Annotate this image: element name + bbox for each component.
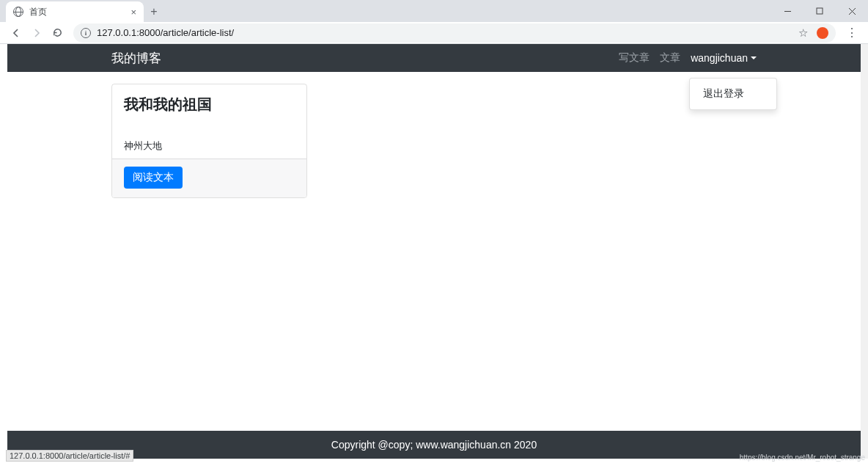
browser-tabstrip: 首页 × + bbox=[0, 0, 868, 22]
url-text: 127.0.0.1:8000/article/article-list/ bbox=[97, 27, 234, 38]
svg-rect-1 bbox=[817, 8, 823, 14]
close-tab-icon[interactable]: × bbox=[130, 7, 136, 18]
logout-item[interactable]: 退出登录 bbox=[690, 83, 776, 105]
reload-button[interactable] bbox=[47, 23, 67, 43]
user-dropdown-menu: 退出登录 bbox=[689, 78, 777, 110]
extension-icon[interactable] bbox=[817, 27, 828, 39]
vertical-scrollbar[interactable] bbox=[861, 44, 868, 459]
forward-button[interactable] bbox=[26, 23, 47, 43]
site-info-icon[interactable]: i bbox=[81, 28, 91, 38]
caret-down-icon bbox=[751, 57, 757, 59]
globe-icon bbox=[13, 7, 23, 17]
browser-status-bar: 127.0.0.1:8000/article/article-list/# bbox=[6, 450, 133, 462]
minimize-button[interactable] bbox=[771, 0, 803, 22]
bookmark-star-icon[interactable]: ☆ bbox=[798, 26, 808, 40]
main-content: 我和我的祖国 神州大地 阅读文本 bbox=[7, 72, 861, 431]
nav-username: wangjichuan bbox=[691, 52, 748, 64]
page-viewport: 我的博客 写文章 文章 wangjichuan 退出登录 我和我的祖国 神州大地 bbox=[7, 44, 861, 459]
browser-tab[interactable]: 首页 × bbox=[6, 1, 144, 22]
tab-title: 首页 bbox=[29, 6, 47, 18]
site-footer: Copyright @copy; www.wangjichuan.cn 2020 bbox=[7, 431, 861, 459]
site-brand[interactable]: 我的博客 bbox=[111, 50, 161, 67]
nav-write-article[interactable]: 写文章 bbox=[619, 51, 650, 65]
new-tab-button[interactable]: + bbox=[144, 1, 164, 22]
read-article-button[interactable]: 阅读文本 bbox=[124, 167, 183, 189]
address-bar[interactable]: i 127.0.0.1:8000/article/article-list/ ☆ bbox=[73, 23, 836, 43]
article-title: 我和我的祖国 bbox=[124, 95, 295, 114]
browser-menu-button[interactable]: ⋮ bbox=[842, 26, 862, 40]
nav-user-dropdown-toggle[interactable]: wangjichuan bbox=[691, 52, 757, 64]
window-controls bbox=[771, 0, 868, 22]
browser-toolbar: i 127.0.0.1:8000/article/article-list/ ☆… bbox=[0, 22, 868, 44]
watermark-text: https://blog.csdn.net/Mr_robot_strange bbox=[740, 454, 865, 462]
article-card: 我和我的祖国 神州大地 阅读文本 bbox=[111, 84, 307, 198]
close-window-button[interactable] bbox=[836, 0, 868, 22]
site-navbar: 我的博客 写文章 文章 wangjichuan 退出登录 bbox=[7, 44, 861, 72]
article-excerpt: 神州大地 bbox=[124, 139, 295, 153]
maximize-button[interactable] bbox=[803, 0, 836, 22]
nav-articles[interactable]: 文章 bbox=[660, 51, 680, 65]
footer-text: Copyright @copy; www.wangjichuan.cn 2020 bbox=[331, 439, 537, 451]
back-button[interactable] bbox=[6, 23, 26, 43]
